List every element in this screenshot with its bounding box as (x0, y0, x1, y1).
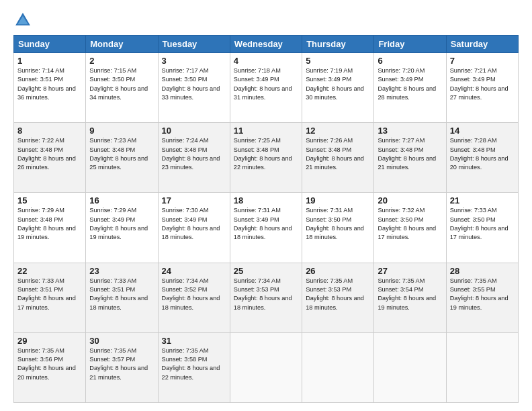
day-number: 27 (378, 266, 442, 276)
day-number: 17 (162, 195, 226, 205)
cell-content: Sunrise: 7:29 AMSunset: 3:49 PMDaylight:… (89, 207, 148, 240)
day-number: 2 (89, 56, 154, 66)
calendar-cell (374, 332, 446, 402)
calendar-cell: 25Sunrise: 7:34 AMSunset: 3:53 PMDayligh… (230, 263, 302, 332)
cell-content: Sunrise: 7:29 AMSunset: 3:48 PMDaylight:… (17, 207, 76, 240)
calendar-cell: 18Sunrise: 7:31 AMSunset: 3:49 PMDayligh… (230, 193, 302, 263)
calendar-cell: 24Sunrise: 7:34 AMSunset: 3:52 PMDayligh… (158, 263, 230, 332)
calendar-week-row: 29Sunrise: 7:35 AMSunset: 3:56 PMDayligh… (14, 332, 519, 402)
calendar-cell (302, 332, 374, 402)
calendar-cell: 20Sunrise: 7:32 AMSunset: 3:50 PMDayligh… (374, 193, 446, 263)
cell-content: Sunrise: 7:35 AMSunset: 3:58 PMDaylight:… (162, 347, 220, 381)
day-number: 4 (234, 56, 298, 66)
calendar-week-row: 22Sunrise: 7:33 AMSunset: 3:51 PMDayligh… (14, 263, 519, 332)
calendar-day-header: Tuesday (158, 36, 230, 53)
calendar-cell: 1Sunrise: 7:14 AMSunset: 3:51 PMDaylight… (14, 53, 86, 123)
calendar-cell: 3Sunrise: 7:17 AMSunset: 3:50 PMDaylight… (158, 53, 230, 123)
calendar-body: 1Sunrise: 7:14 AMSunset: 3:51 PMDaylight… (14, 53, 519, 403)
calendar-cell: 27Sunrise: 7:35 AMSunset: 3:54 PMDayligh… (374, 263, 446, 332)
cell-content: Sunrise: 7:33 AMSunset: 3:51 PMDaylight:… (89, 277, 148, 311)
cell-content: Sunrise: 7:32 AMSunset: 3:50 PMDaylight:… (378, 207, 436, 240)
calendar-cell: 17Sunrise: 7:30 AMSunset: 3:49 PMDayligh… (158, 193, 230, 263)
day-number: 8 (17, 126, 82, 136)
day-number: 23 (89, 266, 154, 276)
calendar-cell: 7Sunrise: 7:21 AMSunset: 3:49 PMDaylight… (446, 53, 518, 123)
day-number: 10 (162, 126, 226, 136)
day-number: 16 (89, 195, 154, 205)
day-number: 25 (234, 266, 298, 276)
cell-content: Sunrise: 7:28 AMSunset: 3:48 PMDaylight:… (450, 137, 508, 171)
calendar-cell: 13Sunrise: 7:27 AMSunset: 3:48 PMDayligh… (374, 123, 446, 193)
cell-content: Sunrise: 7:21 AMSunset: 3:49 PMDaylight:… (450, 67, 508, 101)
cell-content: Sunrise: 7:24 AMSunset: 3:48 PMDaylight:… (162, 137, 220, 171)
cell-content: Sunrise: 7:23 AMSunset: 3:48 PMDaylight:… (89, 137, 148, 171)
day-number: 14 (450, 126, 515, 136)
calendar-day-header: Wednesday (230, 36, 302, 53)
header (13, 11, 519, 30)
cell-content: Sunrise: 7:14 AMSunset: 3:51 PMDaylight:… (17, 67, 76, 101)
cell-content: Sunrise: 7:35 AMSunset: 3:53 PMDaylight:… (306, 277, 364, 311)
logo (13, 11, 34, 30)
day-number: 3 (162, 56, 226, 66)
calendar-cell: 2Sunrise: 7:15 AMSunset: 3:50 PMDaylight… (86, 53, 158, 123)
calendar-cell: 9Sunrise: 7:23 AMSunset: 3:48 PMDaylight… (86, 123, 158, 193)
calendar-day-header: Friday (374, 36, 446, 53)
day-number: 18 (234, 195, 298, 205)
calendar-cell: 8Sunrise: 7:22 AMSunset: 3:48 PMDaylight… (14, 123, 86, 193)
calendar-cell: 30Sunrise: 7:35 AMSunset: 3:57 PMDayligh… (86, 332, 158, 402)
day-number: 13 (378, 126, 442, 136)
day-number: 31 (162, 336, 226, 346)
day-number: 26 (306, 266, 370, 276)
day-number: 1 (17, 56, 82, 66)
calendar-cell: 5Sunrise: 7:19 AMSunset: 3:49 PMDaylight… (302, 53, 374, 123)
cell-content: Sunrise: 7:17 AMSunset: 3:50 PMDaylight:… (162, 67, 220, 101)
cell-content: Sunrise: 7:35 AMSunset: 3:55 PMDaylight:… (450, 277, 508, 311)
day-number: 15 (17, 195, 82, 205)
day-number: 22 (17, 266, 82, 276)
day-number: 19 (306, 195, 370, 205)
cell-content: Sunrise: 7:35 AMSunset: 3:57 PMDaylight:… (89, 347, 148, 381)
calendar-cell: 15Sunrise: 7:29 AMSunset: 3:48 PMDayligh… (14, 193, 86, 263)
calendar-cell: 23Sunrise: 7:33 AMSunset: 3:51 PMDayligh… (86, 263, 158, 332)
calendar-cell: 22Sunrise: 7:33 AMSunset: 3:51 PMDayligh… (14, 263, 86, 332)
cell-content: Sunrise: 7:31 AMSunset: 3:49 PMDaylight:… (234, 207, 292, 240)
day-number: 20 (378, 195, 442, 205)
calendar-cell: 14Sunrise: 7:28 AMSunset: 3:48 PMDayligh… (446, 123, 518, 193)
calendar-cell: 21Sunrise: 7:33 AMSunset: 3:50 PMDayligh… (446, 193, 518, 263)
logo-icon (13, 11, 32, 30)
calendar-cell: 4Sunrise: 7:18 AMSunset: 3:49 PMDaylight… (230, 53, 302, 123)
cell-content: Sunrise: 7:18 AMSunset: 3:49 PMDaylight:… (234, 67, 292, 101)
day-number: 9 (89, 126, 154, 136)
day-number: 6 (378, 56, 442, 66)
cell-content: Sunrise: 7:26 AMSunset: 3:48 PMDaylight:… (306, 137, 364, 171)
calendar-cell: 28Sunrise: 7:35 AMSunset: 3:55 PMDayligh… (446, 263, 518, 332)
day-number: 12 (306, 126, 370, 136)
calendar-cell: 12Sunrise: 7:26 AMSunset: 3:48 PMDayligh… (302, 123, 374, 193)
cell-content: Sunrise: 7:30 AMSunset: 3:49 PMDaylight:… (162, 207, 220, 240)
day-number: 7 (450, 56, 515, 66)
day-number: 29 (17, 336, 82, 346)
calendar-cell: 26Sunrise: 7:35 AMSunset: 3:53 PMDayligh… (302, 263, 374, 332)
day-number: 30 (89, 336, 154, 346)
day-number: 24 (162, 266, 226, 276)
cell-content: Sunrise: 7:34 AMSunset: 3:53 PMDaylight:… (234, 277, 292, 311)
cell-content: Sunrise: 7:31 AMSunset: 3:50 PMDaylight:… (306, 207, 364, 240)
cell-content: Sunrise: 7:22 AMSunset: 3:48 PMDaylight:… (17, 137, 76, 171)
calendar-cell: 19Sunrise: 7:31 AMSunset: 3:50 PMDayligh… (302, 193, 374, 263)
calendar-cell: 11Sunrise: 7:25 AMSunset: 3:48 PMDayligh… (230, 123, 302, 193)
calendar-day-header: Saturday (446, 36, 518, 53)
day-number: 28 (450, 266, 515, 276)
calendar-cell: 6Sunrise: 7:20 AMSunset: 3:49 PMDaylight… (374, 53, 446, 123)
cell-content: Sunrise: 7:15 AMSunset: 3:50 PMDaylight:… (89, 67, 148, 101)
cell-content: Sunrise: 7:33 AMSunset: 3:50 PMDaylight:… (450, 207, 508, 240)
cell-content: Sunrise: 7:27 AMSunset: 3:48 PMDaylight:… (378, 137, 436, 171)
calendar-table: SundayMondayTuesdayWednesdayThursdayFrid… (13, 35, 519, 403)
calendar-cell: 31Sunrise: 7:35 AMSunset: 3:58 PMDayligh… (158, 332, 230, 402)
calendar-cell: 10Sunrise: 7:24 AMSunset: 3:48 PMDayligh… (158, 123, 230, 193)
calendar-week-row: 8Sunrise: 7:22 AMSunset: 3:48 PMDaylight… (14, 123, 519, 193)
calendar-cell: 29Sunrise: 7:35 AMSunset: 3:56 PMDayligh… (14, 332, 86, 402)
cell-content: Sunrise: 7:34 AMSunset: 3:52 PMDaylight:… (162, 277, 220, 311)
page: SundayMondayTuesdayWednesdayThursdayFrid… (0, 0, 532, 411)
calendar-week-row: 1Sunrise: 7:14 AMSunset: 3:51 PMDaylight… (14, 53, 519, 123)
calendar-cell: 16Sunrise: 7:29 AMSunset: 3:49 PMDayligh… (86, 193, 158, 263)
